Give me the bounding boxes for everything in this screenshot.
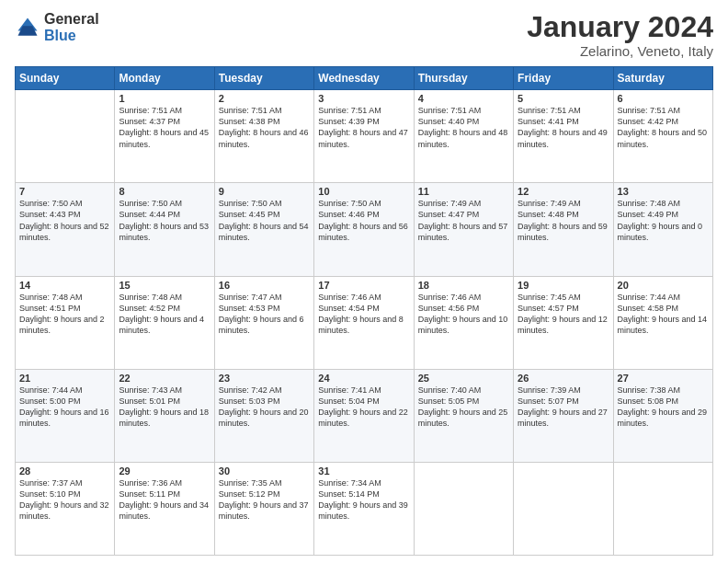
week-row-0: 1Sunrise: 7:51 AMSunset: 4:37 PMDaylight… [16, 90, 713, 183]
day-number: 23 [219, 373, 310, 384]
calendar-cell: 17Sunrise: 7:46 AMSunset: 4:54 PMDayligh… [314, 276, 414, 369]
subtitle: Zelarino, Veneto, Italy [527, 43, 713, 59]
day-info: Sunrise: 7:35 AMSunset: 5:12 PMDaylight:… [219, 477, 310, 523]
day-info: Sunrise: 7:43 AMSunset: 5:01 PMDaylight:… [119, 385, 210, 430]
calendar-cell: 10Sunrise: 7:50 AMSunset: 4:46 PMDayligh… [314, 183, 414, 276]
calendar-cell: 4Sunrise: 7:51 AMSunset: 4:40 PMDaylight… [414, 90, 513, 183]
calendar-cell: 20Sunrise: 7:44 AMSunset: 4:58 PMDayligh… [613, 276, 712, 369]
day-info: Sunrise: 7:46 AMSunset: 4:56 PMDaylight:… [418, 292, 509, 337]
calendar-cell [16, 90, 115, 183]
calendar-cell: 21Sunrise: 7:44 AMSunset: 5:00 PMDayligh… [16, 369, 115, 462]
logo-icon [15, 15, 40, 40]
calendar-cell: 29Sunrise: 7:36 AMSunset: 5:11 PMDayligh… [115, 462, 214, 555]
calendar-cell: 19Sunrise: 7:45 AMSunset: 4:57 PMDayligh… [514, 276, 613, 369]
day-number: 31 [318, 465, 409, 477]
day-number: 27 [618, 373, 709, 384]
day-info: Sunrise: 7:34 AMSunset: 5:14 PMDaylight:… [318, 477, 409, 523]
col-tuesday: Tuesday [214, 67, 313, 90]
main-title: January 2024 [527, 11, 713, 43]
calendar-cell: 23Sunrise: 7:42 AMSunset: 5:03 PMDayligh… [214, 369, 313, 462]
week-row-1: 7Sunrise: 7:50 AMSunset: 4:43 PMDaylight… [16, 183, 713, 276]
header-row: Sunday Monday Tuesday Wednesday Thursday… [16, 67, 713, 90]
day-number: 5 [518, 93, 609, 104]
calendar-cell: 26Sunrise: 7:39 AMSunset: 5:07 PMDayligh… [514, 369, 613, 462]
calendar-cell: 5Sunrise: 7:51 AMSunset: 4:41 PMDaylight… [514, 90, 613, 183]
day-number: 22 [119, 373, 210, 384]
day-info: Sunrise: 7:51 AMSunset: 4:37 PMDaylight:… [119, 105, 210, 150]
calendar-cell: 9Sunrise: 7:50 AMSunset: 4:45 PMDaylight… [214, 183, 313, 276]
day-number: 18 [418, 280, 509, 291]
day-info: Sunrise: 7:50 AMSunset: 4:46 PMDaylight:… [318, 198, 409, 243]
week-row-3: 21Sunrise: 7:44 AMSunset: 5:00 PMDayligh… [16, 369, 713, 462]
day-number: 26 [518, 373, 609, 384]
day-info: Sunrise: 7:50 AMSunset: 4:45 PMDaylight:… [219, 198, 310, 243]
logo-blue: Blue [44, 28, 99, 44]
calendar-cell: 31Sunrise: 7:34 AMSunset: 5:14 PMDayligh… [314, 462, 414, 555]
day-number: 8 [119, 186, 210, 197]
logo: General Blue [15, 11, 99, 43]
day-info: Sunrise: 7:45 AMSunset: 4:57 PMDaylight:… [518, 292, 609, 337]
calendar-cell: 28Sunrise: 7:37 AMSunset: 5:10 PMDayligh… [16, 462, 115, 555]
day-info: Sunrise: 7:48 AMSunset: 4:51 PMDaylight:… [19, 292, 110, 337]
day-info: Sunrise: 7:40 AMSunset: 5:05 PMDaylight:… [418, 385, 509, 430]
day-info: Sunrise: 7:44 AMSunset: 4:58 PMDaylight:… [618, 292, 709, 337]
calendar-cell: 6Sunrise: 7:51 AMSunset: 4:42 PMDaylight… [613, 90, 712, 183]
day-info: Sunrise: 7:51 AMSunset: 4:42 PMDaylight:… [618, 105, 709, 150]
calendar-cell: 27Sunrise: 7:38 AMSunset: 5:08 PMDayligh… [613, 369, 712, 462]
day-info: Sunrise: 7:42 AMSunset: 5:03 PMDaylight:… [219, 385, 310, 430]
title-block: January 2024 Zelarino, Veneto, Italy [527, 11, 713, 59]
day-number: 9 [219, 186, 310, 197]
day-number: 2 [219, 93, 310, 104]
day-number: 11 [418, 186, 509, 197]
page-container: General Blue January 2024 Zelarino, Vene… [0, 0, 728, 563]
calendar-cell: 8Sunrise: 7:50 AMSunset: 4:44 PMDaylight… [115, 183, 214, 276]
calendar-cell [613, 462, 712, 555]
day-number: 28 [19, 465, 110, 477]
day-info: Sunrise: 7:48 AMSunset: 4:49 PMDaylight:… [618, 198, 709, 243]
calendar-cell: 24Sunrise: 7:41 AMSunset: 5:04 PMDayligh… [314, 369, 414, 462]
logo-general: General [44, 11, 99, 28]
day-info: Sunrise: 7:46 AMSunset: 4:54 PMDaylight:… [318, 292, 409, 337]
day-number: 1 [119, 93, 210, 104]
calendar-cell: 13Sunrise: 7:48 AMSunset: 4:49 PMDayligh… [613, 183, 712, 276]
day-info: Sunrise: 7:49 AMSunset: 4:48 PMDaylight:… [518, 198, 609, 243]
day-info: Sunrise: 7:44 AMSunset: 5:00 PMDaylight:… [19, 385, 110, 430]
day-number: 4 [418, 93, 509, 104]
calendar-cell: 3Sunrise: 7:51 AMSunset: 4:39 PMDaylight… [314, 90, 414, 183]
calendar-cell: 14Sunrise: 7:48 AMSunset: 4:51 PMDayligh… [16, 276, 115, 369]
day-info: Sunrise: 7:51 AMSunset: 4:39 PMDaylight:… [318, 105, 409, 150]
day-number: 14 [19, 280, 110, 291]
day-number: 10 [318, 186, 409, 197]
day-info: Sunrise: 7:36 AMSunset: 5:11 PMDaylight:… [119, 477, 210, 523]
logo-text: General Blue [44, 11, 99, 43]
col-saturday: Saturday [613, 67, 712, 90]
calendar-cell: 15Sunrise: 7:48 AMSunset: 4:52 PMDayligh… [115, 276, 214, 369]
calendar-cell: 11Sunrise: 7:49 AMSunset: 4:47 PMDayligh… [414, 183, 513, 276]
col-thursday: Thursday [414, 67, 513, 90]
day-info: Sunrise: 7:49 AMSunset: 4:47 PMDaylight:… [418, 198, 509, 243]
day-info: Sunrise: 7:38 AMSunset: 5:08 PMDaylight:… [618, 385, 709, 430]
day-info: Sunrise: 7:47 AMSunset: 4:53 PMDaylight:… [219, 292, 310, 337]
calendar-cell [514, 462, 613, 555]
day-info: Sunrise: 7:39 AMSunset: 5:07 PMDaylight:… [518, 385, 609, 430]
day-number: 7 [19, 186, 110, 197]
day-number: 12 [518, 186, 609, 197]
day-info: Sunrise: 7:37 AMSunset: 5:10 PMDaylight:… [19, 477, 110, 523]
day-info: Sunrise: 7:51 AMSunset: 4:38 PMDaylight:… [219, 105, 310, 150]
day-number: 16 [219, 280, 310, 291]
calendar-cell: 25Sunrise: 7:40 AMSunset: 5:05 PMDayligh… [414, 369, 513, 462]
day-info: Sunrise: 7:51 AMSunset: 4:40 PMDaylight:… [418, 105, 509, 150]
col-friday: Friday [514, 67, 613, 90]
day-number: 29 [119, 465, 210, 477]
day-number: 15 [119, 280, 210, 291]
day-number: 21 [19, 373, 110, 384]
header: General Blue January 2024 Zelarino, Vene… [15, 11, 713, 59]
calendar-cell [414, 462, 513, 555]
calendar-cell: 22Sunrise: 7:43 AMSunset: 5:01 PMDayligh… [115, 369, 214, 462]
calendar-cell: 7Sunrise: 7:50 AMSunset: 4:43 PMDaylight… [16, 183, 115, 276]
day-number: 17 [318, 280, 409, 291]
calendar-cell: 1Sunrise: 7:51 AMSunset: 4:37 PMDaylight… [115, 90, 214, 183]
calendar-cell: 18Sunrise: 7:46 AMSunset: 4:56 PMDayligh… [414, 276, 513, 369]
col-sunday: Sunday [16, 67, 115, 90]
day-number: 3 [318, 93, 409, 104]
